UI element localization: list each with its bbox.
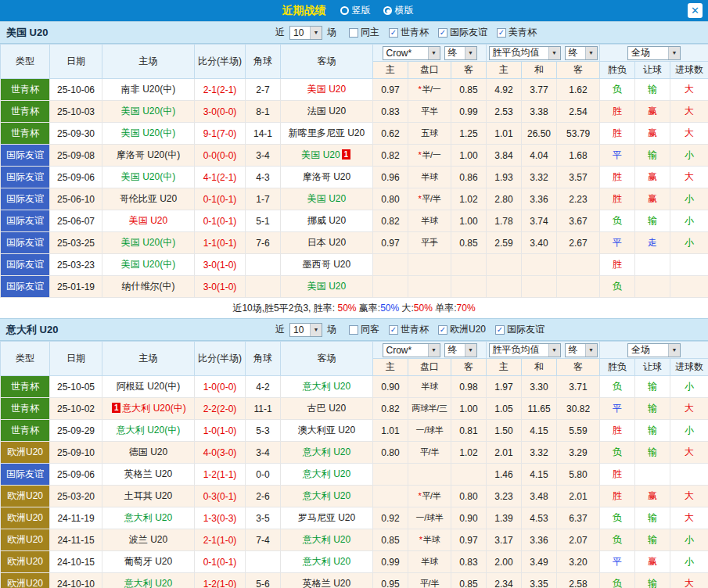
date-cell: 24-10-10: [50, 573, 102, 588]
league-cell: 欧洲U20: [1, 442, 50, 464]
close-button[interactable]: ✕: [688, 3, 703, 18]
avg-away-cell: 2.07: [557, 529, 600, 551]
avg-away-cell: 3.71: [557, 376, 600, 398]
checkbox-label: 世青杯: [401, 323, 429, 336]
table-row: 国际友谊25-01-19纳什维尔(中)3-0(1-0)美国 U20负: [1, 276, 708, 298]
full-match-select[interactable]: 全场 ▼: [627, 343, 681, 357]
table-row: 欧洲U2025-03-20土耳其 U200-3(0-1)2-6意大利 U20*平…: [1, 486, 708, 507]
avg-away-cell: 2.23: [557, 188, 600, 210]
filter-worldcup-checkbox[interactable]: ✓ 世青杯: [389, 26, 429, 39]
corner-cell: 5-6: [246, 573, 281, 588]
result-win-cell: 胜: [600, 123, 635, 145]
avg-odds-select[interactable]: 胜平负均值 ▼: [489, 343, 561, 357]
checkbox-icon: ✓: [495, 325, 505, 335]
date-cell: 24-11-19: [50, 507, 102, 529]
result-text: 平: [613, 149, 622, 160]
date-cell: 25-09-06: [50, 464, 102, 486]
final-odds-select[interactable]: 终 ▼: [444, 343, 477, 357]
table-row: 欧洲U2024-10-15葡萄牙 U200-1(0-1)意大利 U200.99半…: [1, 551, 708, 573]
result-text: 大: [685, 403, 694, 414]
checkbox-icon: [349, 28, 358, 38]
result-text: 输: [648, 446, 657, 457]
result-text: 胜: [613, 193, 622, 204]
result-text: 赢: [648, 171, 657, 182]
avg-odds-select[interactable]: 胜平负均值 ▼: [489, 46, 561, 60]
result-text: 输: [648, 84, 657, 95]
score-cell: 0-1(0-1): [195, 551, 246, 573]
result-win-cell: 平: [600, 232, 635, 254]
filter-same-away-checkbox[interactable]: 同客: [349, 323, 379, 336]
filter-worldcup-checkbox[interactable]: ✓ 世青杯: [389, 323, 429, 336]
games-count-select[interactable]: 10 ▼: [289, 323, 322, 337]
result-text: 大: [685, 446, 694, 457]
avg-away-cell: 53.79: [557, 123, 600, 145]
home-team-cell: 阿根廷 U20(中): [102, 376, 195, 398]
league-cell: 世青杯: [1, 398, 50, 420]
home-team-cell: 纳什维尔(中): [102, 276, 195, 298]
result-handicap-cell: 输: [635, 442, 670, 464]
team-name: 土耳其 U20: [124, 490, 172, 501]
full-match-value: 全场: [631, 343, 650, 357]
result-text: 大: [685, 512, 694, 523]
avg-header-cell: 胜平负均值 ▼ 终 ▼: [487, 45, 600, 62]
result-text: 负: [613, 512, 622, 523]
result-handicap-cell: 赢: [635, 188, 670, 210]
away-team-cell: 意大利 U20: [281, 529, 373, 551]
result-handicap-cell: 输: [635, 145, 670, 167]
final-odds-select[interactable]: 终 ▼: [444, 46, 477, 60]
final-avg-select[interactable]: 终 ▼: [565, 343, 598, 357]
league-cell: 国际友谊: [1, 145, 50, 167]
league-cell: 国际友谊: [1, 210, 50, 232]
col-header-date: 日期: [50, 342, 102, 376]
odds-company-value: Crow*: [386, 345, 412, 356]
filter-euro-u20-checkbox[interactable]: ✓ 欧洲U20: [438, 323, 486, 336]
handicap-cell: 五球: [408, 123, 451, 145]
date-cell: 25-09-29: [50, 420, 102, 442]
full-match-select[interactable]: 全场 ▼: [627, 46, 681, 60]
radio-vertical-layout[interactable]: 竖版: [340, 4, 371, 17]
team-name: 墨西哥 U20: [303, 259, 350, 270]
team-name: 阿根廷 U20(中): [117, 381, 180, 392]
avg-draw-cell: 3.30: [522, 376, 557, 398]
team-name: 意大利 U20(中): [117, 425, 180, 436]
avg-away-cell: [557, 254, 600, 276]
games-count-select[interactable]: 10 ▼: [289, 26, 322, 40]
col-subheader-result-handicap: 让球: [635, 62, 670, 79]
avg-draw-cell: 3.49: [522, 551, 557, 573]
table-row: 国际友谊25-03-25美国 U20(中)1-1(0-1)7-6日本 U200.…: [1, 232, 708, 254]
result-handicap-cell: 输: [635, 507, 670, 529]
league-cell: 国际友谊: [1, 167, 50, 188]
result-handicap-cell: 输: [635, 398, 670, 420]
result-handicap-cell: [635, 254, 670, 276]
final-avg-value: 终: [569, 343, 578, 357]
team-name: 澳大利亚 U20: [298, 425, 355, 436]
filter-friendly-checkbox[interactable]: ✓ 国际友谊: [438, 26, 487, 39]
filter-americas-cup-checkbox[interactable]: ✓ 美青杯: [497, 26, 537, 39]
col-header-corner: 角球: [246, 45, 281, 79]
result-text: 胜: [613, 425, 622, 436]
avg-away-cell: 6.37: [557, 507, 600, 529]
col-subheader-result-goals: 进球数: [670, 359, 708, 376]
odds-company-select[interactable]: Crow* ▼: [383, 46, 440, 60]
summary-segment: 70%: [457, 303, 476, 314]
games-label: 场: [327, 323, 336, 336]
filter-friendly-checkbox[interactable]: ✓ 国际友谊: [495, 323, 544, 336]
final-avg-select[interactable]: 终 ▼: [565, 46, 598, 60]
odds-home-cell: 0.97: [373, 232, 408, 254]
result-handicap-cell: [635, 276, 670, 298]
odds-home-cell: 0.80: [373, 188, 408, 210]
table-row: 国际友谊25-09-08摩洛哥 U20(中)0-0(0-0)3-4美国 U201…: [1, 145, 708, 167]
dropdown-arrow-icon: ▼: [585, 344, 597, 357]
summary-segment: 50%: [337, 303, 356, 314]
checkbox-label: 同客: [361, 323, 379, 336]
result-text: 输: [648, 403, 657, 414]
radio-horizontal-layout[interactable]: 横版: [383, 4, 414, 17]
games-count-value: 10: [293, 27, 304, 38]
result-win-cell: 胜: [600, 254, 635, 276]
corner-cell: 3-4: [246, 145, 281, 167]
odds-company-select[interactable]: Crow* ▼: [383, 343, 440, 357]
score-cell: 1-2(1-1): [195, 464, 246, 486]
avg-draw-cell: 3.74: [522, 210, 557, 232]
filter-same-home-checkbox[interactable]: 同主: [349, 26, 379, 39]
table-row: 欧洲U2024-10-10意大利 U201-2(1-0)5-6英格兰 U200.…: [1, 573, 708, 588]
